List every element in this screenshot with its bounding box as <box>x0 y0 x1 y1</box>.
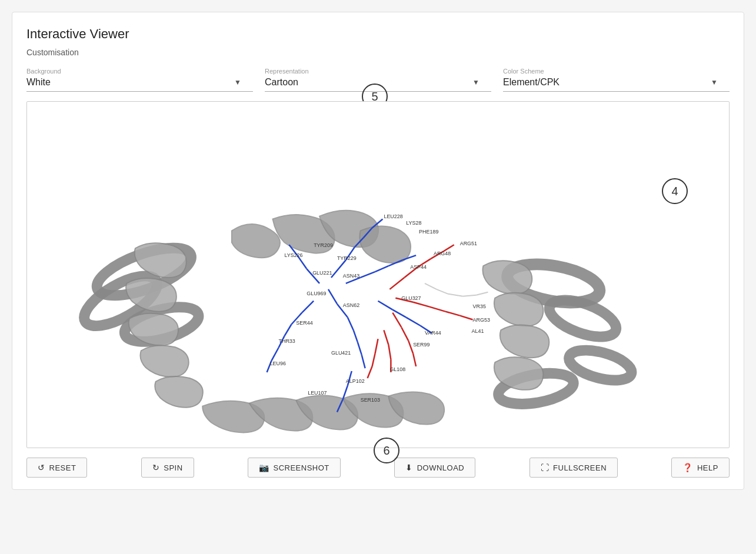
svg-text:THR33: THR33 <box>278 338 295 344</box>
svg-text:VAR44: VAR44 <box>425 330 441 336</box>
svg-text:PHE189: PHE189 <box>419 229 438 235</box>
svg-text:SER103: SER103 <box>361 397 380 403</box>
section-label: Customisation <box>26 48 730 57</box>
fullscreen-label: FULLSCREEN <box>553 463 607 472</box>
svg-text:GLU327: GLU327 <box>401 295 421 301</box>
background-control: Background White ▼ <box>26 68 253 92</box>
reset-label: RESET <box>49 463 76 472</box>
color-scheme-label: Color Scheme <box>503 68 718 75</box>
fullscreen-icon: ⛶ <box>541 463 549 472</box>
svg-text:GLU221: GLU221 <box>312 270 332 276</box>
help-icon: ❓ <box>682 463 693 472</box>
svg-text:GLU969: GLU969 <box>307 291 326 296</box>
reset-button[interactable]: ↺ RESET <box>26 458 87 478</box>
svg-text:ASN43: ASN43 <box>343 273 359 279</box>
help-button[interactable]: ❓ HELP <box>671 458 729 478</box>
screenshot-button[interactable]: 📷 SCREENSHOT <box>248 458 341 478</box>
background-select[interactable]: White ▼ <box>26 77 241 88</box>
svg-text:SER44: SER44 <box>296 320 312 326</box>
color-scheme-select[interactable]: Element/CPK ▼ <box>503 77 718 88</box>
svg-text:LYS28: LYS28 <box>406 220 421 226</box>
download-label: DOWNLOAD <box>417 463 465 472</box>
color-scheme-value: Element/CPK <box>503 77 559 88</box>
svg-text:GL108: GL108 <box>389 366 405 372</box>
svg-text:VR35: VR35 <box>473 303 486 309</box>
representation-value: Cartoon <box>265 77 298 88</box>
svg-text:ARG53: ARG53 <box>473 317 490 323</box>
fullscreen-button[interactable]: ⛶ FULLSCREEN <box>529 458 618 478</box>
svg-text:LEU96: LEU96 <box>270 361 286 366</box>
color-scheme-arrow-icon: ▼ <box>711 78 718 86</box>
viewer-outer: 5 <box>26 101 730 448</box>
svg-text:LYS226: LYS226 <box>284 252 302 258</box>
background-value: White <box>26 77 51 88</box>
viewer-area[interactable]: LEU228 LYS28 PHE189 TYR209 LYS226 TYR229… <box>26 101 730 448</box>
color-scheme-control: Color Scheme Element/CPK ▼ <box>503 68 730 92</box>
background-arrow-icon: ▼ <box>234 78 241 86</box>
svg-text:LEU228: LEU228 <box>384 213 402 219</box>
download-icon: ⬇ <box>405 463 413 472</box>
help-label: HELP <box>697 463 718 472</box>
representation-label: Representation <box>265 68 479 75</box>
reset-icon: ↺ <box>38 463 45 472</box>
svg-text:TYR209: TYR209 <box>314 242 333 248</box>
svg-text:ALP102: ALP102 <box>346 378 365 384</box>
spin-icon: ↻ <box>152 463 160 472</box>
svg-text:GLU421: GLU421 <box>331 350 351 356</box>
representation-arrow-icon: ▼ <box>472 78 479 86</box>
main-container: Interactive Viewer Customisation Backgro… <box>12 12 744 490</box>
spin-button[interactable]: ↻ SPIN <box>141 458 194 478</box>
annotation-circle-6: 6 <box>374 438 399 463</box>
protein-svg: LEU228 LYS28 PHE189 TYR209 LYS226 TYR229… <box>27 102 729 448</box>
screenshot-icon: 📷 <box>259 463 269 472</box>
background-label: Background <box>26 68 241 75</box>
screenshot-label: SCREENSHOT <box>273 463 329 472</box>
svg-text:ARG48: ARG48 <box>434 251 451 256</box>
spin-label: SPIN <box>164 463 182 472</box>
svg-text:ASP44: ASP44 <box>410 264 427 270</box>
svg-text:TYR229: TYR229 <box>337 255 357 261</box>
svg-text:SER99: SER99 <box>413 342 429 348</box>
annotation-circle-4: 4 <box>662 178 688 204</box>
svg-text:AL41: AL41 <box>472 328 484 334</box>
download-button[interactable]: ⬇ DOWNLOAD <box>394 458 475 478</box>
svg-text:ARG51: ARG51 <box>460 241 477 246</box>
svg-text:LEU107: LEU107 <box>308 390 327 396</box>
page-title: Interactive Viewer <box>26 26 730 42</box>
svg-text:ASN62: ASN62 <box>343 302 359 308</box>
